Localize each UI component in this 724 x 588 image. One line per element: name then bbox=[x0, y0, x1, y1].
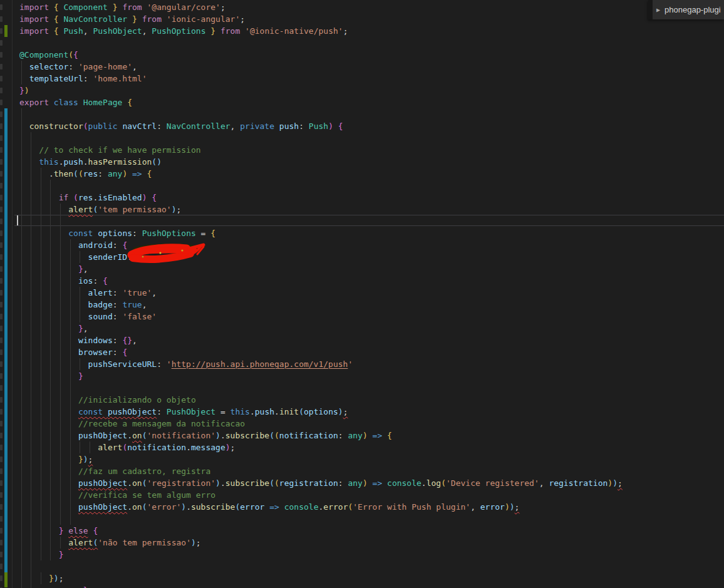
indent-guide bbox=[21, 441, 22, 453]
code-token: ; bbox=[230, 443, 235, 452]
code-area[interactable]: import { Component } from '@angular/core… bbox=[0, 0, 724, 588]
code-token: class bbox=[54, 98, 83, 107]
indent-guide bbox=[21, 334, 22, 346]
indent-guide bbox=[21, 132, 22, 144]
indent-guide bbox=[90, 441, 90, 453]
indent-guide bbox=[21, 144, 22, 156]
code-token: export bbox=[19, 98, 54, 107]
indent-guide bbox=[70, 299, 71, 311]
code-token: { bbox=[147, 193, 157, 202]
code-token: isEnabled bbox=[98, 193, 142, 202]
code-token: ) bbox=[363, 431, 368, 440]
code-token: {} bbox=[122, 336, 132, 345]
indent-guide bbox=[60, 513, 61, 525]
code-token: ) bbox=[363, 478, 368, 488]
indent-guide bbox=[21, 418, 22, 430]
text-cursor bbox=[17, 215, 18, 225]
code-token: ; bbox=[88, 455, 93, 464]
code-line: browser: { bbox=[0, 346, 724, 358]
indent-guide bbox=[31, 263, 31, 275]
indent-guide bbox=[60, 477, 61, 489]
code-token: ) bbox=[215, 478, 220, 488]
indent-guide bbox=[31, 168, 31, 180]
indent-guide bbox=[70, 406, 71, 418]
indent-guide bbox=[60, 299, 61, 311]
code-line: }, bbox=[0, 322, 724, 334]
code-token: . bbox=[421, 478, 427, 488]
indent-guide bbox=[21, 73, 22, 85]
line-number-remnant bbox=[0, 123, 3, 129]
indent-guide bbox=[21, 299, 22, 311]
indent-guide bbox=[21, 560, 22, 572]
code-token: : bbox=[113, 240, 123, 250]
code-token: 'Error with Push plugin' bbox=[353, 502, 470, 512]
indent-guide bbox=[41, 477, 41, 489]
widget-label[interactable]: phonegap-plugi bbox=[665, 5, 721, 14]
code-token: : bbox=[338, 478, 348, 488]
indent-guide bbox=[41, 346, 41, 358]
indent-guide bbox=[70, 334, 71, 346]
indent-guide bbox=[21, 430, 22, 441]
indent-guide bbox=[60, 465, 61, 477]
code-token: { bbox=[382, 431, 392, 440]
line-number-remnant bbox=[0, 242, 3, 248]
code-token: { bbox=[127, 98, 132, 107]
code-token bbox=[127, 169, 132, 178]
indent-guide bbox=[50, 465, 51, 477]
indent-guide bbox=[70, 441, 71, 453]
code-token: from bbox=[118, 3, 147, 12]
indent-guide bbox=[70, 465, 71, 477]
code-token: { bbox=[54, 26, 64, 36]
code-token: ( bbox=[269, 478, 274, 488]
code-token: { bbox=[210, 229, 215, 238]
code-token: on bbox=[132, 431, 142, 440]
code-line: selector: 'page-home', bbox=[0, 61, 724, 73]
code-token: . bbox=[250, 407, 255, 416]
code-line: //verifica se tem algum erro bbox=[0, 489, 724, 501]
line-number-remnant bbox=[0, 266, 3, 272]
indent-guide bbox=[21, 382, 22, 394]
indent-guide bbox=[70, 263, 71, 275]
code-token: registration bbox=[549, 478, 608, 488]
chevron-right-icon[interactable]: ▶ bbox=[653, 6, 665, 13]
indent-guide bbox=[31, 156, 31, 168]
indent-guide bbox=[41, 311, 41, 322]
code-line: alert(notification.message); bbox=[0, 441, 724, 453]
code-line: const options: PushOptions = { bbox=[0, 227, 724, 239]
indent-guide bbox=[70, 382, 71, 394]
phonegap-plugin-widget[interactable]: ▶ phonegap-plugi bbox=[648, 0, 724, 19]
code-token: //recebe a mensagem da notificacao bbox=[78, 419, 245, 428]
code-token: ) bbox=[24, 86, 29, 95]
indent-guide bbox=[21, 406, 22, 418]
line-number-remnant bbox=[0, 76, 3, 81]
indent-guide bbox=[50, 513, 51, 525]
code-token: { bbox=[142, 169, 152, 178]
line-number-remnant bbox=[0, 219, 3, 224]
code-token: any bbox=[348, 431, 362, 440]
code-line bbox=[0, 382, 724, 394]
indent-guide bbox=[21, 168, 22, 180]
indent-guide bbox=[41, 168, 41, 180]
indent-guide bbox=[60, 227, 61, 239]
line-number-remnant bbox=[0, 195, 3, 200]
code-editor[interactable]: import { Component } from '@angular/core… bbox=[0, 0, 724, 588]
code-token: ( bbox=[68, 50, 73, 59]
line-number-remnant bbox=[0, 314, 3, 319]
indent-guide bbox=[41, 204, 41, 215]
code-token: 'page-home' bbox=[78, 62, 132, 71]
indent-guide bbox=[21, 453, 22, 465]
code-line: import { NavController } from 'ionic-ang… bbox=[0, 13, 724, 25]
code-line: pushObject.on('notification').subscribe(… bbox=[0, 430, 724, 441]
indent-guide bbox=[80, 358, 80, 370]
code-token: } bbox=[59, 526, 69, 535]
indent-guide bbox=[31, 287, 31, 299]
indent-guide bbox=[70, 418, 71, 430]
indent-guide bbox=[31, 275, 31, 287]
indent-guide bbox=[41, 489, 41, 501]
line-number-remnant bbox=[0, 52, 3, 58]
indent-guide bbox=[50, 430, 51, 441]
indent-guide bbox=[41, 322, 41, 334]
code-token: push bbox=[63, 157, 83, 167]
code-token: on bbox=[132, 502, 142, 512]
code-token: } bbox=[78, 455, 83, 464]
